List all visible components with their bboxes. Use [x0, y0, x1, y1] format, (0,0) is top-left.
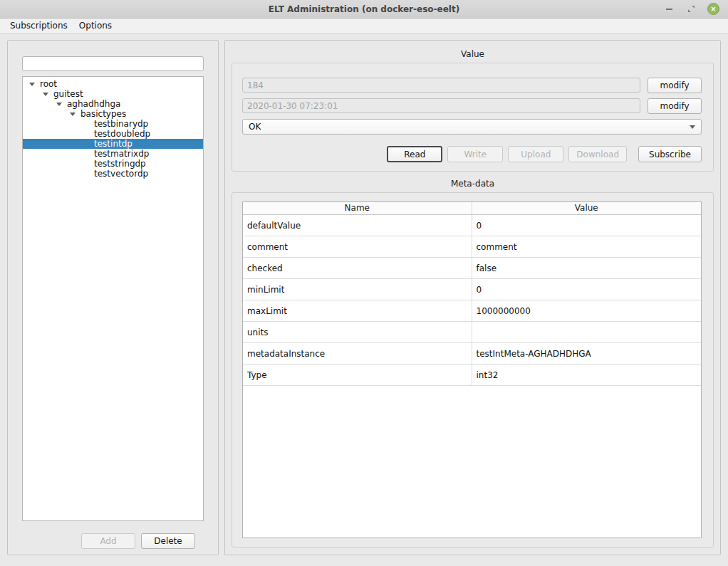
- expand-arrow-icon[interactable]: [41, 93, 53, 96]
- tree-item-teststringdp[interactable]: teststringdp: [23, 159, 203, 169]
- subscribe-button[interactable]: Subscribe: [638, 146, 702, 162]
- cell-value[interactable]: 0: [472, 215, 702, 236]
- tree-item-label: root: [40, 79, 57, 89]
- table-row[interactable]: units: [243, 322, 701, 343]
- metadata-group: Meta-data Name Value defaultValue 0 comm…: [232, 177, 714, 547]
- cell-value[interactable]: false: [472, 258, 702, 278]
- maximize-button[interactable]: [685, 4, 697, 15]
- metadata-table-header: Name Value: [243, 202, 701, 215]
- minimize-button[interactable]: [663, 4, 675, 15]
- menu-subscriptions[interactable]: Subscriptions: [4, 19, 73, 33]
- tree-item-guitest[interactable]: guitest: [23, 89, 203, 99]
- chevron-down-icon: [690, 125, 695, 129]
- tree-item-label: basictypes: [80, 109, 126, 119]
- tree-item-root[interactable]: root: [23, 79, 203, 89]
- cell-name[interactable]: checked: [243, 258, 472, 278]
- delete-button[interactable]: Delete: [141, 533, 195, 549]
- write-button[interactable]: Write: [447, 146, 503, 162]
- tree-item-basictypes[interactable]: basictypes: [23, 109, 203, 119]
- table-row[interactable]: defaultValue 0: [243, 215, 701, 236]
- tree-item-label: testvectordp: [94, 169, 148, 179]
- metadata-table: Name Value defaultValue 0 comment commen…: [242, 201, 702, 538]
- tree-actions: Add Delete: [22, 533, 204, 549]
- expand-arrow-icon[interactable]: [28, 83, 40, 86]
- detail-panel: Value modify modify OK Read: [224, 40, 721, 555]
- tree-item-testbinarydp[interactable]: testbinarydp: [23, 119, 203, 129]
- app-window: ELT Administration (on docker-eso-eelt) …: [0, 0, 728, 566]
- close-button[interactable]: ×: [707, 3, 719, 15]
- titlebar: ELT Administration (on docker-eso-eelt) …: [0, 0, 728, 19]
- minimize-icon: [666, 9, 672, 10]
- tree-item-label: testmatrixdp: [94, 149, 149, 159]
- tree-item-label: testbinarydp: [94, 119, 148, 129]
- column-header-value[interactable]: Value: [472, 202, 702, 214]
- cell-name[interactable]: Type: [243, 365, 472, 385]
- window-controls: ×: [663, 3, 728, 15]
- metadata-group-title: Meta-data: [232, 179, 714, 189]
- value-actions: Read Write Upload Download Subscribe: [242, 146, 702, 162]
- chevron-down-icon: [29, 83, 35, 86]
- cell-name[interactable]: maxLimit: [243, 300, 472, 321]
- tree-item-label: guitest: [53, 89, 83, 99]
- menubar: Subscriptions Options: [0, 19, 728, 34]
- download-button[interactable]: Download: [568, 146, 627, 162]
- timestamp-input[interactable]: [242, 98, 640, 113]
- value-input[interactable]: [242, 78, 640, 93]
- tree-item-testvectordp[interactable]: testvectordp: [23, 169, 203, 179]
- cell-value[interactable]: int32: [472, 365, 702, 385]
- menu-options[interactable]: Options: [73, 19, 118, 33]
- cell-name[interactable]: comment: [243, 236, 472, 257]
- value-group-title: Value: [232, 49, 714, 59]
- value-field-row: modify: [242, 78, 702, 93]
- table-row[interactable]: comment comment: [243, 236, 701, 258]
- main-content: root guitest aghadhdhga basictypes testb…: [0, 34, 728, 566]
- add-button[interactable]: Add: [81, 533, 135, 549]
- table-row[interactable]: minLimit 0: [243, 279, 701, 300]
- table-row[interactable]: checked false: [243, 258, 701, 279]
- cell-value[interactable]: testIntMeta-AGHADHDHGA: [472, 343, 702, 364]
- cell-name[interactable]: metadataInstance: [243, 343, 472, 364]
- read-button[interactable]: Read: [387, 146, 442, 162]
- upload-button[interactable]: Upload: [508, 146, 563, 162]
- cell-name[interactable]: defaultValue: [243, 215, 472, 236]
- table-row[interactable]: metadataInstance testIntMeta-AGHADHDHGA: [243, 343, 701, 365]
- cell-value[interactable]: 1000000000: [472, 300, 702, 321]
- filter-input[interactable]: [22, 56, 204, 71]
- maximize-icon: [687, 5, 695, 13]
- cell-value[interactable]: 0: [472, 279, 702, 300]
- tree-item-label: testintdp: [94, 139, 132, 149]
- table-row[interactable]: Type int32: [243, 365, 701, 386]
- cell-value[interactable]: [472, 322, 702, 342]
- modify-value-button[interactable]: modify: [648, 78, 702, 93]
- tree-item-label: testdoubledp: [94, 129, 150, 139]
- tree-item-testmatrixdp[interactable]: testmatrixdp: [23, 149, 203, 159]
- tree-item-label: aghadhdhga: [67, 99, 120, 109]
- cell-value[interactable]: comment: [472, 236, 702, 257]
- expand-arrow-icon[interactable]: [68, 112, 80, 116]
- metadata-group-frame: Name Value defaultValue 0 comment commen…: [232, 192, 714, 547]
- table-row[interactable]: maxLimit 1000000000: [243, 300, 701, 322]
- timestamp-field-row: modify: [242, 98, 702, 114]
- expand-arrow-icon[interactable]: [55, 103, 67, 106]
- quality-dropdown-value: OK: [249, 122, 690, 132]
- tree-item-label: teststringdp: [94, 159, 146, 169]
- modify-timestamp-button[interactable]: modify: [648, 98, 702, 114]
- datapoint-tree: root guitest aghadhdhga basictypes testb…: [22, 76, 204, 521]
- chevron-down-icon: [70, 112, 76, 116]
- window-title: ELT Administration (on docker-eso-eelt): [0, 0, 728, 19]
- table-empty-area: [243, 386, 701, 538]
- quality-dropdown[interactable]: OK: [242, 119, 702, 135]
- cell-name[interactable]: minLimit: [243, 279, 472, 300]
- column-header-name[interactable]: Name: [243, 202, 472, 214]
- tree-item-testdoubledp[interactable]: testdoubledp: [23, 129, 203, 139]
- tree-item-testintdp-selected[interactable]: testintdp: [23, 139, 203, 149]
- cell-name[interactable]: units: [243, 322, 472, 342]
- chevron-down-icon: [43, 93, 48, 96]
- chevron-down-icon: [56, 103, 62, 106]
- value-group-frame: modify modify OK Read Write Upload D: [232, 63, 714, 172]
- tree-item-aghadhdhga[interactable]: aghadhdhga: [23, 99, 203, 109]
- tree-panel: root guitest aghadhdhga basictypes testb…: [7, 40, 219, 555]
- value-group: Value modify modify OK Read: [232, 48, 714, 172]
